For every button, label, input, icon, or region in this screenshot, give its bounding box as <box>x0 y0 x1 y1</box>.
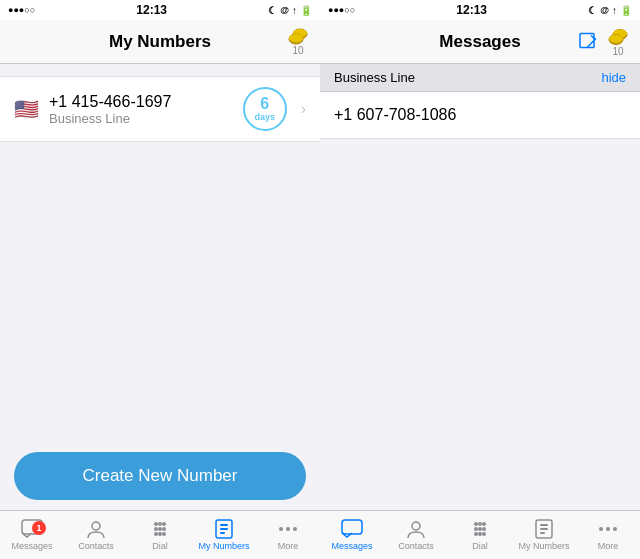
tab-more-left[interactable]: More <box>256 519 320 551</box>
svg-point-3 <box>289 34 303 42</box>
arrow-up-icon-right: ↑ <box>612 5 617 16</box>
tab-my-numbers-label-left: My Numbers <box>198 541 249 551</box>
svg-point-20 <box>286 527 290 531</box>
coins-count-right: 10 <box>612 45 623 56</box>
more-tab-icon-right <box>597 519 619 539</box>
signal-right: ●●●○○ <box>328 5 355 15</box>
svg-point-46 <box>613 527 617 531</box>
tab-my-numbers-right[interactable]: My Numbers <box>512 519 576 551</box>
battery-icon-right: 🔋 <box>620 5 632 16</box>
tab-my-numbers-label-right: My Numbers <box>518 541 569 551</box>
svg-point-12 <box>154 532 158 536</box>
nav-bar-left: My Numbers 10 <box>0 20 320 64</box>
tab-messages-right[interactable]: Messages <box>320 519 384 551</box>
dial-tab-icon-left <box>149 519 171 539</box>
number-info: +1 415-466-1697 Business Line <box>49 93 233 126</box>
nav-bar-right: Messages 10 <box>320 20 640 64</box>
svg-point-8 <box>162 522 166 526</box>
tab-bar-left: 1 Messages Contacts <box>0 510 320 559</box>
hide-button[interactable]: hide <box>601 70 626 85</box>
arrow-up-icon: ↑ <box>292 5 297 16</box>
tab-contacts-left[interactable]: Contacts <box>64 519 128 551</box>
tab-more-right[interactable]: More <box>576 519 640 551</box>
tab-messages-label-left: Messages <box>11 541 52 551</box>
section-title: Business Line <box>334 70 415 85</box>
tab-more-label-left: More <box>278 541 299 551</box>
days-text: days <box>254 112 275 122</box>
svg-point-35 <box>478 527 482 531</box>
tab-messages-label-right: Messages <box>331 541 372 551</box>
phone-number: +1 415-466-1697 <box>49 93 233 111</box>
svg-point-37 <box>474 532 478 536</box>
svg-point-5 <box>92 522 100 530</box>
coins-right[interactable]: 10 <box>606 27 630 56</box>
status-bar-left: ●●●○○ 12:13 ☾ @ ↑ 🔋 <box>0 0 320 20</box>
svg-rect-29 <box>342 520 362 534</box>
svg-point-19 <box>279 527 283 531</box>
svg-rect-16 <box>220 524 228 526</box>
coins-icon-left <box>286 27 310 45</box>
coins-count-left: 10 <box>292 45 303 56</box>
more-tab-icon-left <box>277 519 299 539</box>
my-numbers-tab-icon-left <box>213 519 235 539</box>
tab-my-numbers-left[interactable]: My Numbers <box>192 519 256 551</box>
tab-dial-right[interactable]: Dial <box>448 519 512 551</box>
tab-more-label-right: More <box>598 541 619 551</box>
svg-point-39 <box>482 532 486 536</box>
nav-actions-right: 10 <box>578 27 630 56</box>
compose-icon[interactable] <box>578 32 598 52</box>
moon-icon-right: ☾ <box>588 5 597 16</box>
svg-point-30 <box>412 522 420 530</box>
svg-point-34 <box>474 527 478 531</box>
messages-tab-icon-right <box>341 519 363 539</box>
tab-contacts-right[interactable]: Contacts <box>384 519 448 551</box>
time-left: 12:13 <box>136 3 167 17</box>
tab-contacts-label-left: Contacts <box>78 541 114 551</box>
svg-rect-17 <box>220 528 228 530</box>
svg-point-33 <box>482 522 486 526</box>
flag-icon: 🇺🇸 <box>14 97 39 121</box>
status-icons-left: ☾ @ ↑ 🔋 <box>268 5 312 16</box>
svg-point-32 <box>478 522 482 526</box>
days-badge: 6 days <box>243 87 287 131</box>
svg-rect-43 <box>540 532 545 534</box>
number-label: Business Line <box>49 111 233 126</box>
message-row[interactable]: +1 607-708-1086 <box>320 92 640 139</box>
right-panel: ●●●○○ 12:13 ☾ @ ↑ 🔋 Messages <box>320 0 640 559</box>
location-icon-right: @ <box>600 5 609 15</box>
numbers-list: 🇺🇸 +1 415-466-1697 Business Line 6 days … <box>0 64 320 436</box>
status-bar-right: ●●●○○ 12:13 ☾ @ ↑ 🔋 <box>320 0 640 20</box>
nav-title-left: My Numbers <box>109 32 211 52</box>
svg-point-28 <box>609 34 623 42</box>
svg-point-7 <box>158 522 162 526</box>
moon-icon: ☾ <box>268 5 277 16</box>
time-right: 12:13 <box>456 3 487 17</box>
create-number-button[interactable]: Create New Number <box>14 452 306 500</box>
badge-messages: 1 <box>32 521 46 535</box>
coins-left[interactable]: 10 <box>286 27 310 56</box>
contacts-tab-icon-right <box>405 519 427 539</box>
battery-icon: 🔋 <box>300 5 312 16</box>
tab-bar-right: Messages Contacts Dial <box>320 510 640 559</box>
svg-point-10 <box>158 527 162 531</box>
number-card[interactable]: 🇺🇸 +1 415-466-1697 Business Line 6 days … <box>0 76 320 142</box>
svg-point-44 <box>599 527 603 531</box>
svg-point-14 <box>162 532 166 536</box>
svg-point-31 <box>474 522 478 526</box>
tab-dial-left[interactable]: Dial <box>128 519 192 551</box>
section-header: Business Line hide <box>320 64 640 92</box>
svg-rect-42 <box>540 528 548 530</box>
svg-point-11 <box>162 527 166 531</box>
svg-point-21 <box>293 527 297 531</box>
tab-dial-label-left: Dial <box>152 541 168 551</box>
my-numbers-tab-icon-right <box>533 519 555 539</box>
svg-point-6 <box>154 522 158 526</box>
contacts-tab-icon-left <box>85 519 107 539</box>
days-count: 6 <box>260 96 269 112</box>
tab-messages-left[interactable]: 1 Messages <box>0 519 64 551</box>
svg-rect-41 <box>540 524 548 526</box>
svg-point-9 <box>154 527 158 531</box>
svg-rect-18 <box>220 532 225 534</box>
location-icon: @ <box>280 5 289 15</box>
tab-dial-label-right: Dial <box>472 541 488 551</box>
